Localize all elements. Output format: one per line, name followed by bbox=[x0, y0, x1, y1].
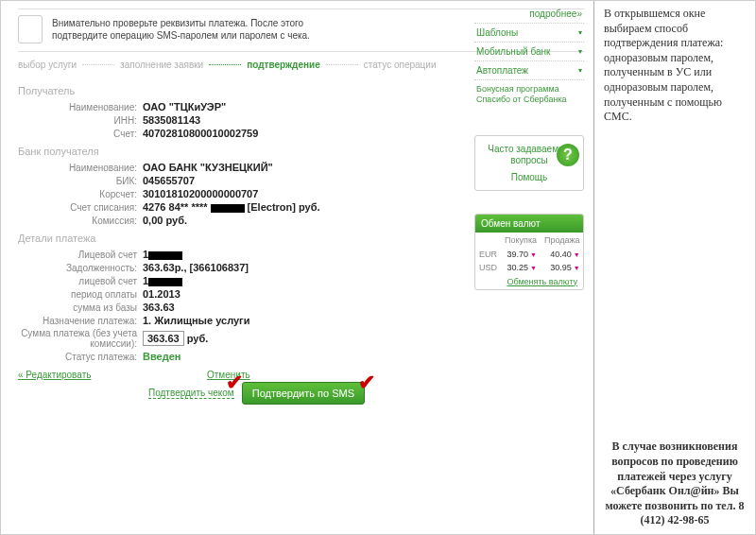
instruction-bottom: В случае возникновения вопросов по прове… bbox=[604, 440, 746, 528]
redacted-value bbox=[148, 278, 182, 286]
bank-name-label: Наименование: bbox=[18, 163, 143, 173]
step-status: статус операции bbox=[364, 60, 437, 70]
purpose: 1. Жилищные услуги bbox=[143, 315, 249, 326]
acc2-label: лицевой счет bbox=[18, 276, 143, 286]
status-label: Статус платежа: bbox=[18, 352, 143, 362]
fx-row: EUR39.70▼40.40▼ bbox=[475, 248, 584, 261]
base-label: сумма из базы bbox=[18, 302, 143, 313]
recipient-inn-label: ИНН: bbox=[18, 115, 143, 126]
period-label: период оплаты bbox=[18, 289, 143, 300]
chevron-down-icon: ▾ bbox=[578, 28, 582, 37]
redacted-value bbox=[148, 251, 182, 260]
amount: 363.63 руб. bbox=[143, 331, 208, 346]
status: Введен bbox=[143, 351, 180, 362]
recipient-account-label: Счет: bbox=[18, 129, 143, 139]
bank-name: ОАО БАНК "КУЗНЕЦКИЙ" bbox=[143, 162, 273, 173]
fx-buy-header: Покупка bbox=[501, 233, 541, 248]
acc1: 1 bbox=[143, 249, 182, 260]
bank-bik-label: БИК: bbox=[18, 176, 143, 186]
more-link[interactable]: подробнее» bbox=[474, 5, 584, 24]
redacted-value bbox=[211, 204, 245, 213]
confirm-cheque-link[interactable]: Подтвердить чеком bbox=[148, 388, 234, 399]
sidebar-item-mobile[interactable]: Мобильный банк▾ bbox=[474, 43, 584, 61]
bank-bik: 045655707 bbox=[143, 175, 195, 186]
bank-fee: 0,00 руб. bbox=[143, 215, 187, 226]
receipt-icon bbox=[18, 15, 43, 43]
bank-corr: 30101810200000000707 bbox=[143, 188, 258, 199]
recipient-name-label: Наименование: bbox=[18, 102, 143, 112]
bank-debit: 4276 84** **** [Electron] руб. bbox=[143, 201, 320, 213]
bonus-program-link[interactable]: Бонусная программа Спасибо от Сбербанка bbox=[474, 80, 584, 109]
fx-exchange-link[interactable]: Обменять валюту bbox=[475, 274, 583, 289]
question-icon: ? bbox=[557, 144, 579, 166]
recipient-name: ОАО "ТЦКиУЭР" bbox=[143, 101, 226, 112]
purpose-label: Назначение платежа: bbox=[18, 316, 143, 326]
chevron-down-icon: ▾ bbox=[578, 47, 582, 56]
bank-corr-label: Корсчет: bbox=[18, 189, 143, 199]
help-link[interactable]: Помощь bbox=[481, 172, 577, 182]
acc1-label: Лицевой счет bbox=[18, 250, 143, 260]
period: 01.2013 bbox=[143, 288, 180, 300]
debt: 363.63р., [366106837] bbox=[143, 262, 249, 273]
fx-widget: Обмен валют ПокупкаПродажа EUR39.70▼40.4… bbox=[474, 214, 584, 290]
faq-box: Часто задаваемые вопросы ? Помощь bbox=[474, 135, 584, 191]
fx-sell-header: Продажа bbox=[541, 233, 584, 248]
debt-label: Задолженность: bbox=[18, 263, 143, 273]
sidebar-item-autopay[interactable]: Автоплатеж▾ bbox=[474, 61, 584, 80]
step-select: выбор услуги bbox=[18, 60, 77, 70]
cancel-link[interactable]: Отменить bbox=[207, 370, 250, 380]
recipient-inn: 5835081143 bbox=[143, 114, 200, 126]
edit-link[interactable]: « Редактировать bbox=[18, 370, 91, 380]
sidebar-item-templates[interactable]: Шаблоны▾ bbox=[474, 24, 584, 43]
bank-fee-label: Комиссия: bbox=[18, 216, 143, 226]
instruction-top: В открывшемся окне выбираем способ подтв… bbox=[604, 7, 746, 125]
fx-row: USD30.25▼30.95▼ bbox=[475, 261, 584, 274]
fx-title: Обмен валют bbox=[475, 215, 583, 233]
step-fill: заполнение заявки bbox=[120, 60, 203, 70]
info-text: Внимательно проверьте реквизиты платежа.… bbox=[52, 17, 335, 42]
base: 363.63 bbox=[143, 302, 175, 313]
confirm-sms-button[interactable]: Подтвердить по SMS bbox=[242, 382, 365, 405]
amount-label: Сумма платежа (без учета комиссии): bbox=[18, 328, 143, 349]
recipient-account: 40702810800010002759 bbox=[143, 128, 258, 139]
chevron-down-icon: ▾ bbox=[578, 66, 582, 75]
bank-debit-label: Счет списания: bbox=[18, 202, 143, 213]
acc2: 1 bbox=[143, 275, 182, 286]
step-confirm: подтверждение bbox=[247, 60, 320, 70]
